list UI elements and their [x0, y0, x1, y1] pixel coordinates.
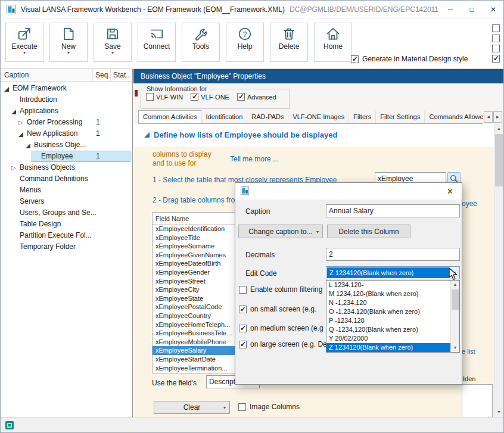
toolbar-button-new[interactable]: New▾ — [49, 23, 88, 62]
dropdown-scrollbar[interactable]: ▲ ▼ — [450, 281, 459, 352]
field-row[interactable]: xEmployeeGivenNames — [153, 251, 235, 260]
tab-filters[interactable]: Filters — [349, 111, 376, 124]
change-caption-button[interactable]: Change caption to... ▾ — [238, 225, 323, 238]
field-row[interactable]: xEmployeePostalCode — [153, 303, 235, 311]
field-row[interactable]: xEmployeeStreet — [153, 277, 235, 286]
tree-item[interactable]: New Application1 — [1, 128, 132, 139]
tree-item[interactable]: Servers — [1, 196, 132, 207]
content-scrollbar[interactable]: ▲ ▼ — [494, 124, 503, 417]
dropdown-option[interactable]: N -1,234.120 — [326, 298, 450, 307]
minimize-icon[interactable]: ─ — [446, 5, 455, 14]
toolbar-button-home[interactable]: Home — [314, 23, 352, 62]
column-header-caption[interactable]: Caption — [1, 69, 93, 81]
tree-item[interactable]: ▷Order Processing1 — [1, 117, 132, 128]
scroll-down-icon[interactable]: ▼ — [494, 407, 503, 417]
tree-item[interactable]: Business Obje... — [1, 139, 132, 151]
expanded-arrow-icon[interactable] — [11, 110, 16, 114]
tree-item[interactable]: Command Definitions — [1, 173, 132, 185]
toolbar-option-checkbox[interactable] — [492, 24, 500, 32]
dialog-checkbox[interactable]: Enable column filtering — [239, 285, 322, 294]
column-header-stat[interactable]: Stat.. — [111, 69, 132, 81]
field-row[interactable]: xEmployeeBusinessTele... — [153, 329, 235, 338]
toolbar-option-checkbox[interactable] — [492, 55, 500, 63]
tab-scroll-right-icon[interactable]: ► — [493, 111, 502, 123]
tree-item[interactable]: ▷Business Objects — [1, 162, 132, 173]
field-row[interactable]: xEmployeeSalary — [153, 346, 235, 355]
show-info-checkbox[interactable]: Advanced — [237, 93, 276, 101]
field-row[interactable]: xEmployeeSurname — [153, 242, 235, 251]
toolbar-button-execute[interactable]: Execute▾ — [5, 23, 43, 62]
dropdown-option[interactable]: L 1234.120- — [326, 281, 450, 289]
scrollbar-thumb[interactable] — [452, 289, 459, 310]
field-row[interactable]: xEmployeeCity — [153, 285, 235, 294]
tree-item[interactable]: Temporary Folder — [1, 241, 132, 253]
tree-item[interactable]: Menus — [1, 185, 132, 196]
tree-item[interactable]: Table Design — [1, 219, 132, 230]
field-row[interactable]: xEmployeeTitle — [153, 233, 235, 242]
expanded-arrow-icon[interactable] — [26, 144, 30, 148]
scroll-up-icon[interactable]: ▲ — [494, 124, 503, 133]
tab-scroll-left-icon[interactable]: ◄ — [484, 111, 493, 123]
dialog-checkbox[interactable]: on medium screen (e.g — [239, 324, 323, 332]
decimals-input[interactable] — [326, 248, 460, 261]
field-row[interactable]: xEmployeeTermination... — [153, 364, 235, 373]
delete-column-button[interactable]: Delete this Column — [327, 225, 410, 238]
maximize-icon[interactable]: □ — [468, 5, 476, 14]
toolbar-button-save[interactable]: Save▾ — [94, 23, 132, 62]
toolbar-button-connect[interactable]: Connect — [138, 23, 176, 62]
expanded-arrow-icon[interactable] — [4, 87, 9, 92]
tab-identification[interactable]: Identification — [201, 111, 247, 124]
field-table-header[interactable]: Field Name — [153, 213, 235, 225]
properties-header-title: Business Object "Employee" Properties — [141, 72, 266, 80]
edit-code-combobox[interactable]: Z 1234120(Blank when zero) ▼ — [326, 266, 460, 279]
dropdown-option[interactable]: O -1,234.120(Blank when zero) — [326, 307, 450, 316]
toolbar-button-help[interactable]: ?Help — [226, 23, 264, 62]
image-columns-checkbox[interactable]: Image Columns — [238, 403, 300, 411]
tree-item[interactable]: Applications — [1, 105, 132, 117]
dialog-checkbox[interactable]: on small screen (e.g. — [239, 305, 316, 313]
scroll-down-icon[interactable]: ▼ — [451, 344, 459, 352]
field-row[interactable]: xEmployeeGender — [153, 268, 235, 277]
toolbar-option-checkbox[interactable] — [492, 45, 500, 52]
dropdown-option[interactable]: P -1234.120 — [326, 316, 450, 325]
field-row[interactable]: xEmployeeCountry — [153, 311, 235, 320]
close-icon[interactable]: ✕ — [489, 5, 497, 14]
tab-rad-pads[interactable]: RAD-PADs — [247, 111, 288, 124]
clear-button[interactable]: Clear ▾ — [154, 401, 230, 414]
clipped-link-fragment[interactable]: e list — [462, 348, 475, 355]
tree-item[interactable]: EOM Framework — [1, 83, 132, 94]
expanded-arrow-icon[interactable] — [18, 132, 23, 137]
tree-item[interactable]: Introduction — [1, 94, 132, 105]
field-row[interactable]: xEmployeeStartDate — [153, 355, 235, 364]
scrollbar-thumb[interactable] — [495, 134, 503, 186]
tab-vlf-one-images[interactable]: VLF-ONE Images — [288, 111, 349, 124]
column-header-seq[interactable]: Seq — [93, 69, 111, 81]
dropdown-option[interactable]: Q -1234,120(Blank when zero) — [326, 325, 450, 334]
field-row[interactable]: xEmployeeState — [153, 294, 235, 303]
dialog-checkbox[interactable]: on large screen (e.g. Des — [239, 340, 331, 348]
field-row[interactable]: xEmployeeIdentification — [153, 225, 235, 233]
field-row[interactable]: xEmployeeHomeTeleph... — [153, 320, 235, 329]
tree-item[interactable]: Partition Execute Fol... — [1, 230, 132, 241]
tell-me-more-link[interactable]: Tell me more ... — [230, 155, 279, 163]
dropdown-option[interactable]: M 1234,120-(Blank when zero) — [326, 289, 450, 298]
dropdown-option[interactable]: Z 1234120(Blank when zero) — [326, 343, 450, 352]
tab-filter-settings[interactable]: Filter Settings — [376, 111, 425, 124]
toolbar-button-tools[interactable]: Tools — [182, 23, 220, 62]
toolbar-option-checkbox[interactable] — [492, 35, 500, 42]
tab-common-activities[interactable]: Common Activities — [138, 110, 201, 123]
collapsed-arrow-icon[interactable]: ▷ — [18, 119, 23, 126]
field-row[interactable]: xEmployeeMobilePhone — [153, 338, 235, 347]
collapsed-arrow-icon[interactable]: ▷ — [11, 164, 16, 172]
close-icon[interactable]: ✕ — [444, 187, 456, 196]
show-info-checkbox[interactable]: VLF-ONE — [191, 93, 229, 101]
show-info-checkbox[interactable]: VLF-WIN — [146, 93, 183, 101]
caption-input[interactable] — [326, 204, 460, 217]
toolbar-button-delete[interactable]: Delete — [270, 23, 308, 62]
field-row[interactable]: xEmployeeDateofBirth — [153, 259, 235, 268]
dropdown-option[interactable]: Y 20/02/2000 — [326, 334, 450, 343]
tree-item[interactable]: Users, Groups and Se... — [1, 207, 132, 219]
tree-item[interactable]: Employee1 — [1, 151, 132, 162]
material-design-checkbox[interactable]: Generate in Material Design style — [351, 55, 468, 63]
tab-commands-allowed[interactable]: Commands Allowed — [425, 111, 483, 124]
